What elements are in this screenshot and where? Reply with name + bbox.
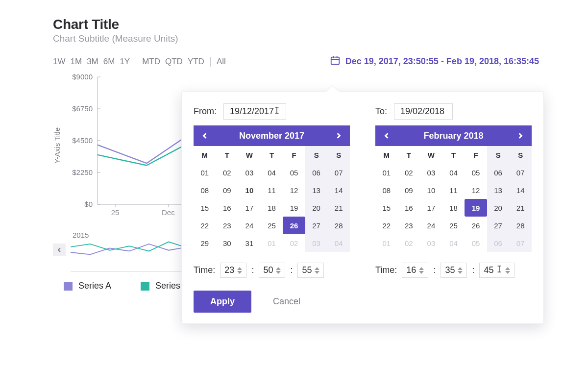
calendar-day[interactable]: 10 <box>238 181 261 199</box>
calendar-day[interactable]: 23 <box>398 217 420 234</box>
calendar-day[interactable]: 25 <box>442 217 465 234</box>
from-cal-next-button[interactable] <box>332 129 345 142</box>
to-second-stepper[interactable]: 45 <box>479 263 514 278</box>
calendar-day[interactable]: 06 <box>487 164 510 181</box>
from-column: From: 19/12/2017 November 2017 MTWTFSS01… <box>194 103 350 278</box>
calendar-day[interactable]: 14 <box>509 181 532 199</box>
calendar-day[interactable]: 29 <box>194 234 216 252</box>
range-qtd[interactable]: QTD <box>165 57 183 67</box>
to-hour-stepper[interactable]: 16 <box>402 263 428 278</box>
to-minute-stepper[interactable]: 35 <box>441 263 467 278</box>
to-cal-prev-button[interactable] <box>380 129 393 142</box>
calendar-day[interactable]: 15 <box>194 199 216 217</box>
calendar-day[interactable]: 18 <box>261 199 283 217</box>
calendar-day[interactable]: 16 <box>398 199 420 217</box>
calendar-day[interactable]: 21 <box>327 199 350 217</box>
calendar-day[interactable]: 27 <box>305 217 328 234</box>
calendar-day[interactable]: 22 <box>375 217 398 234</box>
calendar-day[interactable]: 22 <box>194 217 216 234</box>
calendar-day[interactable]: 13 <box>487 181 510 199</box>
range-3m[interactable]: 3M <box>87 57 98 67</box>
legend-item-a[interactable]: Series A <box>64 281 111 291</box>
calendar-day[interactable]: 13 <box>305 181 328 199</box>
to-calendar: February 2018 MTWTFSS0102030405060708091… <box>375 125 532 252</box>
date-range-display[interactable]: Dec 19, 2017, 23:50:55 - Feb 19, 2018, 1… <box>330 55 539 68</box>
calendar-day[interactable]: 02 <box>398 164 420 181</box>
calendar-day[interactable]: 03 <box>305 234 328 252</box>
from-second-stepper[interactable]: 55 <box>297 263 324 278</box>
calendar-day[interactable]: 01 <box>375 164 398 181</box>
calendar-day[interactable]: 08 <box>375 181 398 199</box>
range-ytd[interactable]: YTD <box>188 57 204 67</box>
calendar-day[interactable]: 20 <box>305 199 328 217</box>
calendar-day[interactable]: 10 <box>420 181 442 199</box>
calendar-day[interactable]: 25 <box>261 217 283 234</box>
from-hour-stepper[interactable]: 23 <box>220 263 246 278</box>
calendar-day[interactable]: 28 <box>509 217 532 234</box>
calendar-day[interactable]: 17 <box>420 199 442 217</box>
calendar-day[interactable]: 07 <box>509 164 532 181</box>
range-1m[interactable]: 1M <box>71 57 82 67</box>
calendar-day[interactable]: 19 <box>465 199 487 217</box>
from-date-input[interactable]: 19/12/2017 <box>223 103 286 120</box>
calendar-day[interactable]: 09 <box>216 181 239 199</box>
calendar-day[interactable]: 04 <box>442 234 465 252</box>
calendar-day[interactable]: 08 <box>194 181 216 199</box>
range-all[interactable]: All <box>217 57 226 67</box>
calendar-day[interactable]: 26 <box>465 217 487 234</box>
calendar-day[interactable]: 01 <box>261 234 283 252</box>
calendar-day[interactable]: 03 <box>420 164 442 181</box>
calendar-day[interactable]: 09 <box>398 181 420 199</box>
overview-prev-button[interactable] <box>53 244 66 256</box>
calendar-day[interactable]: 04 <box>261 164 283 181</box>
cancel-button[interactable]: Cancel <box>273 296 300 307</box>
calendar-day[interactable]: 14 <box>327 181 350 199</box>
calendar-day[interactable]: 23 <box>216 217 239 234</box>
calendar-day[interactable]: 26 <box>283 217 305 234</box>
to-date-input[interactable]: 19/02/2018 <box>394 103 453 120</box>
range-6m[interactable]: 6M <box>103 57 115 67</box>
calendar-day[interactable]: 05 <box>465 234 487 252</box>
calendar-day[interactable]: 01 <box>375 234 398 252</box>
calendar-dow: M <box>375 146 398 164</box>
calendar-day[interactable]: 28 <box>327 217 350 234</box>
calendar-day[interactable]: 15 <box>375 199 398 217</box>
calendar-day[interactable]: 05 <box>465 164 487 181</box>
range-mtd[interactable]: MTD <box>142 57 160 67</box>
calendar-day[interactable]: 02 <box>216 164 239 181</box>
calendar-day[interactable]: 21 <box>509 199 532 217</box>
apply-button[interactable]: Apply <box>194 291 251 313</box>
calendar-day[interactable]: 03 <box>420 234 442 252</box>
calendar-day[interactable]: 07 <box>327 164 350 181</box>
calendar-day[interactable]: 02 <box>398 234 420 252</box>
calendar-day[interactable]: 16 <box>216 199 239 217</box>
calendar-day[interactable]: 04 <box>442 164 465 181</box>
calendar-day[interactable]: 19 <box>283 199 305 217</box>
calendar-day[interactable]: 27 <box>487 217 510 234</box>
calendar-day[interactable]: 02 <box>283 234 305 252</box>
calendar-day[interactable]: 06 <box>487 234 510 252</box>
calendar-day[interactable]: 07 <box>509 234 532 252</box>
calendar-day[interactable]: 05 <box>283 164 305 181</box>
calendar-day[interactable]: 20 <box>487 199 510 217</box>
calendar-day[interactable]: 31 <box>238 234 261 252</box>
calendar-day[interactable]: 04 <box>327 234 350 252</box>
calendar-day[interactable]: 12 <box>283 181 305 199</box>
calendar-day[interactable]: 01 <box>194 164 216 181</box>
calendar-day[interactable]: 17 <box>238 199 261 217</box>
from-minute-stepper[interactable]: 50 <box>259 263 285 278</box>
to-cal-next-button[interactable] <box>514 129 527 142</box>
calendar-day[interactable]: 24 <box>420 217 442 234</box>
calendar-day[interactable]: 11 <box>261 181 283 199</box>
calendar-day[interactable]: 12 <box>465 181 487 199</box>
calendar-day[interactable]: 11 <box>442 181 465 199</box>
calendar-day[interactable]: 24 <box>238 217 261 234</box>
range-1y[interactable]: 1Y <box>120 57 130 67</box>
calendar-day[interactable]: 06 <box>305 164 328 181</box>
from-time-label: Time: <box>194 265 215 275</box>
from-cal-prev-button[interactable] <box>198 129 211 142</box>
calendar-day[interactable]: 03 <box>238 164 261 181</box>
range-1w[interactable]: 1W <box>53 57 66 67</box>
calendar-day[interactable]: 18 <box>442 199 465 217</box>
calendar-day[interactable]: 30 <box>216 234 239 252</box>
